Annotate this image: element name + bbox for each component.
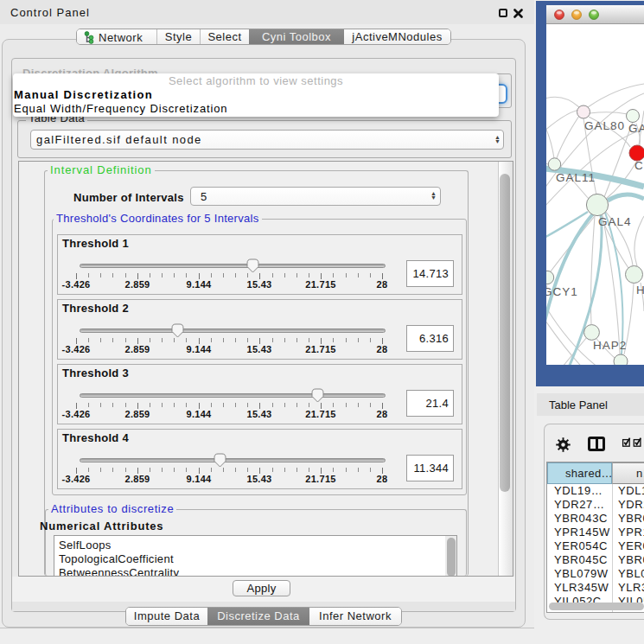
svg-text:H: H: [636, 284, 644, 296]
svg-text:HAP2: HAP2: [593, 339, 627, 352]
svg-text:GAL11: GAL11: [556, 171, 596, 184]
svg-text:C: C: [634, 159, 644, 172]
svg-text:GAL80: GAL80: [584, 119, 625, 132]
svg-text:GCY1: GCY1: [546, 285, 578, 298]
svg-text:GAL4: GAL4: [598, 215, 632, 228]
svg-text:GA: GA: [628, 122, 644, 135]
